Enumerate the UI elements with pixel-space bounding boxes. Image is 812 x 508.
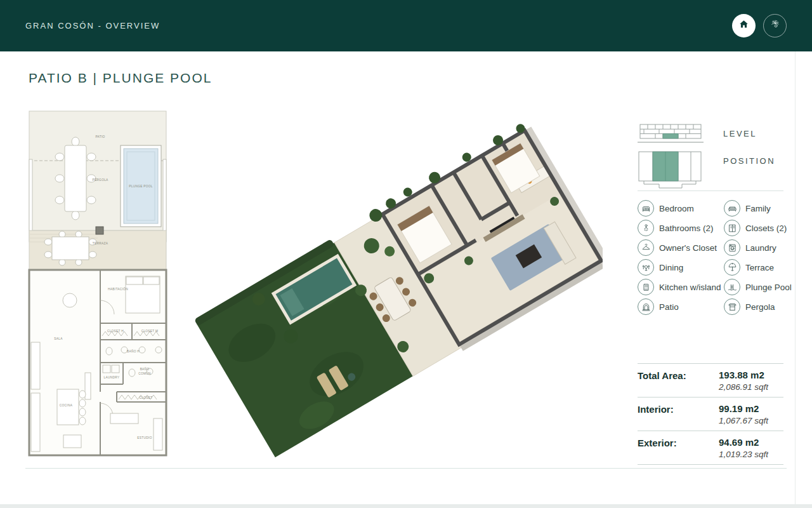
area-label: Exterior:	[638, 437, 719, 459]
shower-icon	[638, 220, 654, 236]
area-sqft-value: 1,019.23 sqft	[719, 450, 768, 459]
legend-item: Terrace	[724, 259, 792, 276]
render-3d	[184, 114, 603, 470]
floorplan-room-label: HABITACIÓN	[108, 287, 128, 291]
legend-label: Bathrooms (2)	[659, 224, 714, 233]
umbrella-icon	[724, 259, 740, 276]
legend-item: Closets (2)	[724, 220, 792, 236]
legend-label: Kitchen w/island	[659, 283, 721, 292]
kitchen-icon	[638, 279, 654, 295]
level-diagram	[638, 122, 704, 150]
panel-divider	[638, 190, 783, 191]
legend-label: Owner's Closet	[659, 243, 717, 253]
closet-icon	[724, 220, 740, 236]
floorplan-room-label: BAÑO	[140, 367, 150, 371]
floorplan-room-label: PÉRGOLA	[92, 178, 108, 182]
area-label: Interior:	[638, 403, 719, 425]
legend-label: Laundry	[745, 243, 776, 253]
legend-item: Dining	[638, 259, 715, 276]
brand-logo-button[interactable]	[763, 14, 787, 37]
home-icon	[738, 18, 750, 33]
area-label: Total Area:	[638, 370, 719, 392]
legend: BedroomBathrooms (2)Owner's ClosetDining…	[638, 200, 790, 315]
area-summary: Total Area: 193.88 m2 2,086.91 sqft Inte…	[638, 363, 783, 465]
sofa-icon	[724, 200, 740, 217]
position-diagram	[636, 150, 704, 194]
legend-label: Plunge Pool	[745, 283, 792, 292]
legend-label: Closets (2)	[745, 224, 787, 233]
legend-item: Pergola	[724, 298, 792, 315]
area-sqft-value: 1,067.67 sqft	[719, 416, 768, 425]
area-row-total: Total Area: 193.88 m2 2,086.91 sqft	[638, 363, 783, 397]
floorplan-room-label: BAÑO H	[127, 349, 140, 353]
palm-logo-icon	[768, 17, 783, 35]
floorplan-room-label: COMÚN	[138, 371, 151, 375]
pool-ladder-icon	[724, 279, 740, 295]
legend-label: Patio	[659, 302, 679, 312]
washer-icon	[724, 239, 740, 256]
legend-item: Bedroom	[638, 200, 715, 217]
legend-label: Bedroom	[659, 204, 694, 213]
area-row-exterior: Exterior: 94.69 m2 1,019.23 sqft	[638, 431, 783, 465]
hanger-icon	[638, 239, 654, 256]
legend-item: Bathrooms (2)	[638, 220, 715, 236]
page-title: PATIO B | PLUNGE POOL	[29, 70, 212, 86]
floorplan-room-label: CLOSET H	[107, 330, 124, 333]
legend-label: Family	[745, 204, 771, 213]
home-button[interactable]	[732, 14, 756, 37]
floorplan-room-label: PATIO	[95, 135, 105, 138]
floorplan-room-label: TERRAZA	[93, 242, 108, 245]
legend-label: Terrace	[745, 263, 774, 272]
patio-arch-icon	[638, 298, 654, 315]
legend-item: Plunge Pool	[724, 279, 792, 295]
floorplan-room-label: COCINA	[60, 404, 73, 407]
dining-table-icon	[638, 259, 654, 276]
top-bar: GRAN COSÓN - OVERVIEW	[0, 0, 812, 51]
floorplan-room-label: ESTUDIO	[137, 436, 152, 439]
legend-label: Dining	[659, 263, 683, 272]
legend-item: Patio	[638, 298, 715, 315]
floorplan-room-label: CLOSET M	[141, 330, 159, 333]
legend-item: Family	[724, 200, 792, 217]
legend-label: Pergola	[745, 302, 775, 312]
floorplan-2d: PATIOPÉRGOLAPLUNGE POOLTERRAZAHABITACIÓN…	[24, 110, 171, 467]
floorplan-room-label: PLUNGE POOL	[129, 185, 153, 188]
area-m2-value: 99.19 m2	[719, 403, 768, 414]
position-label: POSITION	[723, 156, 775, 166]
legend-item: Laundry	[724, 239, 792, 256]
bottom-divider	[25, 468, 787, 469]
floorplan-room-label: CLOSET	[140, 396, 153, 399]
right-edge-divider	[795, 51, 796, 508]
breadcrumb-title: GRAN COSÓN - OVERVIEW	[25, 21, 160, 30]
main-content: PATIO B | PLUNGE POOL	[0, 51, 812, 508]
topbar-icons	[732, 14, 787, 37]
bottom-strip	[0, 504, 812, 508]
legend-item: Kitchen w/island	[638, 279, 715, 295]
pergola-icon	[724, 298, 740, 315]
floorplan-room-label: SALA	[54, 337, 63, 340]
area-sqft-value: 2,086.91 sqft	[719, 382, 768, 392]
area-m2-value: 94.69 m2	[719, 437, 768, 448]
floorplan-room-label: LAUNDRY	[104, 376, 120, 379]
area-m2-value: 193.88 m2	[719, 370, 768, 380]
legend-item: Owner's Closet	[638, 239, 715, 256]
level-label: LEVEL	[723, 129, 757, 138]
area-row-interior: Interior: 99.19 m2 1,067.67 sqft	[638, 397, 783, 431]
bed-icon	[638, 200, 654, 217]
